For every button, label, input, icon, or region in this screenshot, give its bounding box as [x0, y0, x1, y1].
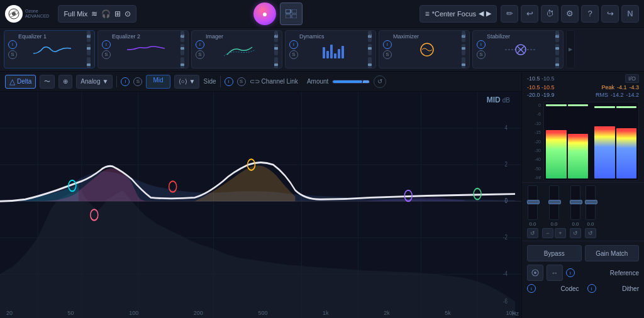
- prev-preset-btn[interactable]: ◀: [479, 9, 484, 18]
- pencil-btn[interactable]: ✏: [501, 5, 518, 23]
- module-equalizer1[interactable]: i S ✕ Equalizer 1: [4, 30, 95, 69]
- module-imager-label: Imager: [206, 33, 223, 40]
- module-info-max[interactable]: i: [383, 40, 392, 49]
- fader-track-3[interactable]: [570, 185, 580, 220]
- fader-track-2[interactable]: [549, 185, 559, 220]
- module-equalizer2[interactable]: i S ✕ Equalizer 2: [97, 30, 189, 69]
- meter-header: -10.5 -10.5 I/O: [522, 72, 644, 84]
- side-info-btn[interactable]: i: [225, 77, 233, 86]
- svg-text:2: 2: [505, 160, 508, 168]
- module-solo-stab[interactable]: S: [477, 50, 486, 59]
- mid-btn[interactable]: Mid: [146, 75, 170, 89]
- headphone-icon: 🎧: [101, 9, 111, 18]
- fader-reset-3[interactable]: ↺: [570, 228, 581, 238]
- history-btn[interactable]: ⏱: [541, 5, 558, 23]
- reference-icon-btn[interactable]: [527, 265, 543, 281]
- module-scroll[interactable]: ▶: [566, 30, 575, 69]
- module-solo-eq2[interactable]: S: [102, 50, 111, 59]
- delta-btn[interactable]: △ Delta: [5, 75, 36, 89]
- fader-minus-2[interactable]: −: [542, 228, 553, 238]
- bottom-controls: Bypass Gain Match ↔ i Reference i Codec: [522, 241, 644, 297]
- imager-vis: [207, 40, 272, 59]
- fader-thumb-2[interactable]: [548, 200, 561, 204]
- fader-section: 0.0 ↺ 0.0 − + 0.0: [522, 182, 644, 241]
- module-info-eq1[interactable]: i: [8, 40, 17, 49]
- orb-button[interactable]: ●: [253, 3, 276, 25]
- arrows-btn[interactable]: ↔: [547, 265, 563, 281]
- settings-btn[interactable]: ⚙: [561, 5, 579, 23]
- reset-btn[interactable]: ↺: [374, 75, 386, 88]
- meter-group-output: [594, 104, 636, 178]
- mid-info-btn[interactable]: i: [121, 77, 130, 86]
- stereo-mode-btn[interactable]: ⟨○⟩ ▼: [174, 75, 200, 89]
- side-btn[interactable]: Side: [203, 78, 216, 85]
- globe-btn[interactable]: ⊕: [58, 75, 72, 89]
- module-info-imager[interactable]: i: [196, 40, 204, 49]
- module-imager[interactable]: i S ✕ Imager: [191, 30, 282, 69]
- gain-match-btn[interactable]: Gain Match: [585, 245, 640, 261]
- grid-view-btn[interactable]: [280, 3, 303, 25]
- io-label: I/O: [625, 74, 639, 83]
- module-info-stab[interactable]: i: [477, 40, 486, 49]
- close-maximizer[interactable]: ✕: [462, 33, 467, 39]
- meter-bar-r1: [568, 104, 589, 178]
- eq-canvas[interactable]: 4 2 0 -2 -4 -6 MID dB 20 50 100 200 500 …: [0, 92, 521, 318]
- reference-info-btn[interactable]: i: [566, 268, 575, 277]
- reference-label: Reference: [578, 270, 639, 277]
- module-strip: i S ✕ Equalizer 1 i S: [0, 28, 644, 72]
- module-maximizer[interactable]: i S ✕ Maximizer: [379, 30, 470, 69]
- module-dynamics-label: Dynamics: [299, 33, 325, 40]
- fader-thumb-3[interactable]: [570, 200, 582, 204]
- module-eq1-label: Equalizer 1: [18, 33, 47, 40]
- module-dynamics[interactable]: i S ✕ Dynamics: [285, 30, 376, 69]
- camera-icon: ⊙: [125, 9, 131, 18]
- fader-group-1: 0.0 ↺: [527, 185, 538, 238]
- svg-point-37: [534, 271, 536, 274]
- svg-text:-4: -4: [503, 270, 508, 278]
- close-dynamics[interactable]: ✕: [368, 33, 373, 39]
- analog-btn[interactable]: Analog ▼: [76, 75, 113, 89]
- bypass-btn[interactable]: Bypass: [527, 245, 582, 261]
- fader-plus-2[interactable]: +: [555, 228, 566, 238]
- dither-info-btn[interactable]: i: [587, 284, 596, 293]
- fader-reset-4[interactable]: ↺: [585, 228, 596, 238]
- mid-solo-btn[interactable]: S: [133, 77, 142, 86]
- redo-btn[interactable]: ↪: [601, 5, 619, 23]
- preset-area[interactable]: ≡ *Center Focus ◀ ▶: [419, 5, 497, 23]
- close-imager[interactable]: ✕: [274, 33, 279, 39]
- module-solo-eq1[interactable]: S: [8, 50, 17, 59]
- module-stabilizer[interactable]: i S ✕ Stabilizer: [472, 30, 564, 69]
- fader-track-4[interactable]: [586, 185, 596, 220]
- ni-btn[interactable]: N: [621, 5, 639, 23]
- module-solo-imager[interactable]: S: [196, 50, 204, 59]
- module-info-eq2[interactable]: i: [102, 40, 111, 49]
- full-mix-btn[interactable]: Full Mix ≋ 🎧 ⊞ ⊙: [58, 5, 136, 23]
- mid-db-label: MID dB: [487, 96, 510, 104]
- close-stabilizer[interactable]: ✕: [555, 33, 560, 39]
- main-area: △ Delta 〜 ⊕ Analog ▼ i S Mid ⟨○⟩ ▼ Side: [0, 72, 644, 318]
- close-eq2[interactable]: ✕: [180, 33, 186, 39]
- fader-thumb-4[interactable]: [585, 200, 597, 204]
- side-solo-btn[interactable]: S: [237, 77, 246, 86]
- module-stabilizer-label: Stabilizer: [487, 33, 510, 40]
- meter-bar-l1: [546, 104, 567, 178]
- wave-btn[interactable]: 〜: [40, 75, 55, 89]
- meter-group-input: [546, 104, 588, 178]
- codec-info-btn[interactable]: i: [527, 284, 536, 293]
- fader-track-1[interactable]: [528, 185, 538, 220]
- close-eq1[interactable]: ✕: [87, 33, 92, 39]
- fader-thumb-1[interactable]: [527, 200, 540, 204]
- fader-minus-1[interactable]: ↺: [527, 228, 538, 238]
- next-preset-btn[interactable]: ▶: [486, 9, 491, 18]
- module-eq2-label: Equalizer 2: [112, 33, 140, 40]
- fader-group-2: 0.0 − +: [542, 185, 566, 238]
- amount-slider[interactable]: [332, 80, 370, 84]
- help-btn[interactable]: ?: [581, 5, 599, 23]
- meter-bars-area: 0 -6 -10 -15 -20 -30 -40 -50 -Inf: [522, 101, 644, 182]
- module-solo-max[interactable]: S: [383, 50, 392, 59]
- undo-btn[interactable]: ↩: [521, 5, 538, 23]
- delta-icon: △: [9, 77, 15, 86]
- logo-area: Ozone ADVANCED: [5, 5, 49, 23]
- module-info-dyn[interactable]: i: [289, 40, 298, 49]
- module-solo-dyn[interactable]: S: [289, 50, 298, 59]
